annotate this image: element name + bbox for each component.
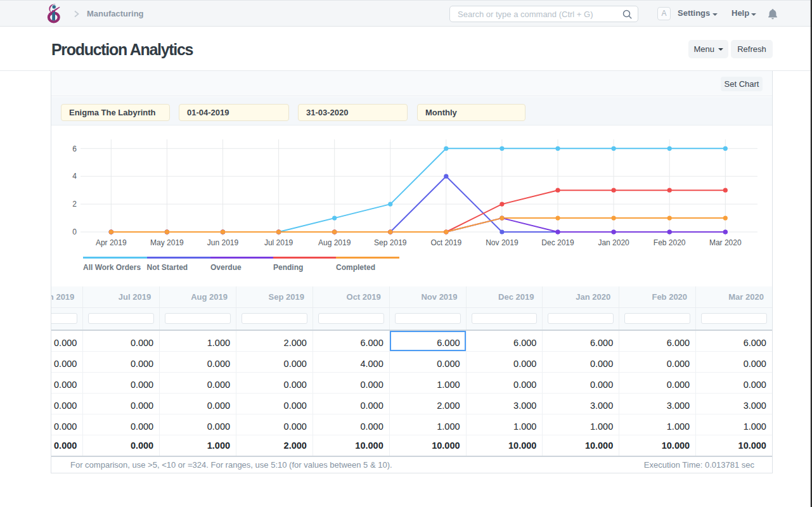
svg-text:Nov 2019: Nov 2019 (486, 238, 519, 247)
svg-text:Feb 2020: Feb 2020 (654, 238, 686, 247)
svg-text:Mar 2020: Mar 2020 (709, 238, 742, 247)
svg-text:Dec 2019: Dec 2019 (541, 238, 574, 247)
svg-text:2: 2 (72, 200, 77, 209)
svg-text:May 2019: May 2019 (150, 238, 184, 247)
svg-text:0: 0 (72, 228, 77, 236)
svg-text:Apr 2019: Apr 2019 (96, 238, 127, 247)
svg-text:Oct 2019: Oct 2019 (430, 238, 461, 247)
svg-text:6: 6 (72, 144, 77, 153)
svg-text:Sep 2019: Sep 2019 (374, 238, 407, 247)
svg-text:4: 4 (72, 172, 77, 181)
svg-text:Jun 2019: Jun 2019 (207, 238, 239, 247)
svg-text:Aug 2019: Aug 2019 (318, 238, 351, 247)
svg-text:Jul 2019: Jul 2019 (264, 238, 293, 247)
svg-text:Jan 2020: Jan 2020 (598, 238, 629, 247)
